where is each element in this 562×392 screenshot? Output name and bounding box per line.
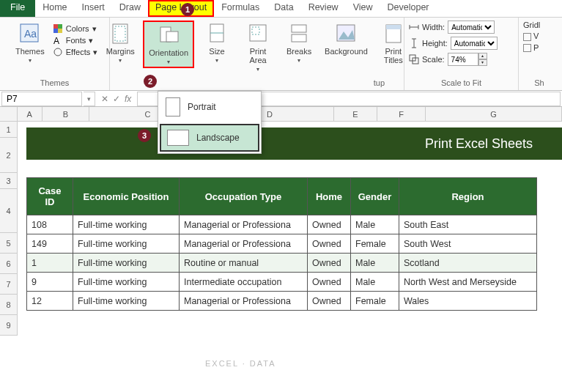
height-select[interactable]: Automatic	[451, 37, 498, 50]
row-header-3[interactable]: 3	[0, 173, 18, 189]
row-header-2[interactable]: 2	[0, 138, 18, 173]
row-header-7[interactable]: 7	[0, 274, 18, 295]
row-header-5[interactable]: 5	[0, 233, 18, 254]
col-header-A[interactable]: A	[18, 107, 42, 121]
table-cell[interactable]: 1	[27, 254, 73, 273]
table-cell[interactable]: Male	[351, 254, 399, 273]
table-cell[interactable]: Wales	[399, 292, 537, 311]
orientation-landscape[interactable]: Landscape	[160, 124, 259, 152]
themes-label: Themes	[15, 47, 45, 56]
row-header-9[interactable]: 9	[0, 315, 18, 336]
col-header-F[interactable]: F	[377, 107, 426, 121]
table-header[interactable]: Economic Position	[73, 178, 180, 215]
tab-draw[interactable]: Draw	[112, 0, 148, 17]
table-cell[interactable]: 9	[27, 273, 73, 292]
table-row[interactable]: 149Full-time workingManagerial or Profes…	[27, 234, 537, 254]
table-cell[interactable]: Full-time working	[73, 254, 180, 273]
svg-rect-3	[58, 24, 62, 29]
breaks-button[interactable]: Breaks▾	[281, 21, 317, 65]
fonts-icon: A	[53, 35, 63, 45]
table-cell[interactable]: Managerial or Professiona	[180, 215, 308, 234]
table-cell[interactable]: Owned	[308, 215, 351, 234]
view-checkbox[interactable]	[523, 33, 531, 41]
table-row[interactable]: 1Full-time workingRoutine or manualOwned…	[27, 254, 537, 273]
orientation-button[interactable]: Orientation▾	[146, 22, 191, 67]
tab-developer[interactable]: Developer	[380, 0, 437, 17]
tab-review[interactable]: Review	[301, 0, 346, 17]
table-header[interactable]: Occupation Type	[180, 178, 308, 215]
tab-data[interactable]: Data	[267, 0, 300, 17]
table-cell[interactable]: Owned	[308, 292, 351, 311]
tab-file[interactable]: File	[0, 0, 35, 17]
enter-icon[interactable]: ✓	[113, 94, 120, 104]
table-cell[interactable]: Owned	[308, 273, 351, 292]
table-cell[interactable]: Full-time working	[73, 292, 180, 311]
background-button[interactable]: Background	[322, 21, 371, 57]
table-cell[interactable]: Intermediate occupation	[180, 273, 308, 292]
table-header[interactable]: Gender	[351, 178, 399, 215]
row-header-6[interactable]: 6	[0, 254, 18, 274]
fonts-label: Fonts	[66, 36, 86, 45]
width-select[interactable]: Automatic	[448, 21, 495, 34]
table-row[interactable]: 9Full-time workingIntermediate occupatio…	[27, 273, 537, 292]
table-cell[interactable]: Managerial or Professiona	[180, 234, 308, 254]
print-checkbox[interactable]	[523, 44, 531, 52]
table-cell[interactable]: Full-time working	[73, 215, 180, 234]
group-label-themes: Themes	[40, 77, 70, 89]
table-cell[interactable]: 108	[27, 215, 73, 234]
themes-icon: Aa	[18, 22, 42, 45]
select-all-corner[interactable]	[0, 107, 18, 121]
name-box[interactable]	[1, 92, 82, 106]
table-cell[interactable]: 12	[27, 292, 73, 311]
row-header-1[interactable]: 1	[0, 122, 18, 138]
table-cell[interactable]: 149	[27, 234, 73, 254]
table-header[interactable]: Home	[308, 178, 351, 215]
colors-button[interactable]: Colors ▾	[53, 23, 97, 34]
cancel-icon[interactable]: ✕	[101, 94, 108, 104]
table-cell[interactable]: Managerial or Professiona	[180, 292, 308, 311]
margins-button[interactable]: Margins▾	[102, 21, 138, 65]
scale-spinner[interactable]: ▴▾	[478, 53, 487, 66]
scale-input[interactable]	[448, 53, 478, 66]
print-titles-button[interactable]: Print Titles	[375, 21, 412, 66]
orientation-portrait[interactable]: Portrait	[158, 92, 261, 122]
table-header[interactable]: Case ID	[27, 178, 73, 215]
fx-icon[interactable]: fx	[125, 94, 131, 104]
tab-insert[interactable]: Insert	[75, 0, 112, 17]
table-cell[interactable]: Full-time working	[73, 234, 180, 254]
print-area-button[interactable]: Print Area▾	[240, 21, 276, 74]
tab-home[interactable]: Home	[35, 0, 74, 17]
table-cell[interactable]: Female	[351, 234, 399, 254]
print-titles-label: Print Titles	[384, 47, 403, 64]
effects-button[interactable]: Effects ▾	[53, 47, 97, 57]
table-row[interactable]: 108Full-time workingManagerial or Profes…	[27, 215, 537, 234]
table-cell[interactable]: Female	[351, 292, 399, 311]
size-label: Size	[209, 47, 224, 56]
table-cell[interactable]: Male	[351, 215, 399, 234]
tab-view[interactable]: View	[346, 0, 380, 17]
col-header-E[interactable]: E	[334, 107, 378, 121]
table-cell[interactable]: Owned	[308, 234, 351, 254]
table-cell[interactable]: Male	[351, 273, 399, 292]
col-header-B[interactable]: B	[42, 107, 90, 121]
table-cell[interactable]: North West and Merseyside	[399, 273, 537, 292]
name-box-dropdown[interactable]: ▾	[84, 92, 95, 106]
table-cell[interactable]: Full-time working	[73, 273, 180, 292]
table-cell[interactable]: Owned	[308, 254, 351, 273]
table-cell[interactable]: South West	[399, 234, 537, 254]
table-cell[interactable]: South East	[399, 215, 537, 234]
formula-bar: ▾ ✕ ✓ fx	[0, 91, 562, 107]
row-header-8[interactable]: 8	[0, 295, 18, 315]
table-cell[interactable]: Routine or manual	[180, 254, 308, 273]
size-button[interactable]: Size▾	[199, 21, 235, 65]
annotation-badge-1: 1	[181, 3, 194, 16]
fonts-button[interactable]: A Fonts ▾	[53, 35, 97, 45]
row-header-4[interactable]: 4	[0, 189, 18, 233]
table-cell[interactable]: Scotland	[399, 254, 537, 273]
tab-formulas[interactable]: Formulas	[214, 0, 267, 17]
table-row[interactable]: 12Full-time workingManagerial or Profess…	[27, 292, 537, 311]
table-header[interactable]: Region	[399, 178, 537, 215]
col-header-G[interactable]: G	[426, 107, 562, 121]
landscape-icon	[167, 130, 189, 146]
themes-button[interactable]: Aa Themes ▾	[12, 21, 48, 65]
